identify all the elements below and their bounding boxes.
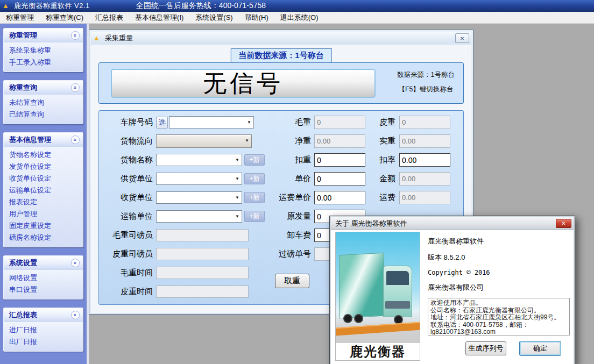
amount-field[interactable] [399, 172, 450, 185]
section-title: 称重管理 [9, 31, 37, 40]
weight-display-panel: 无信号 数据来源：1号称台 【F5】键切换称台 [98, 62, 464, 104]
goods-flow-combobox[interactable]: ▼ [156, 134, 252, 148]
about-dialog: 关于 鹿光衡器称重软件 ✕ 鹿光衡器 [329, 216, 575, 364]
sidebar-section-weigh-query: 称重查询 « 未结算查询 已结算查询 [3, 80, 83, 124]
transport-label: 运输单位 [103, 211, 153, 222]
content-area: 称重管理 « 系统采集称重 手工录入称重 称重查询 « 未结算查询 已结算查询 [0, 24, 594, 364]
menu-item-help[interactable]: 帮助(H) [239, 12, 274, 24]
goods-name-add-button[interactable]: +新 [244, 154, 265, 166]
section-title: 基本信息管理 [9, 135, 51, 145]
gross-time-field[interactable] [156, 267, 249, 279]
deduct-rate-label: 扣率 [370, 155, 395, 165]
chevron-up-icon[interactable]: « [71, 311, 80, 319]
chevron-down-icon: ▼ [245, 138, 249, 143]
net-weight-label: 净重 [270, 136, 311, 146]
info-line: 地址：河北省石家庄鹿泉区石柏北大街99号。 [430, 314, 567, 322]
sidebar-item-outbound-daily-report[interactable]: 出厂日报 [4, 336, 83, 348]
gross-operator-field[interactable] [156, 229, 249, 241]
menu-item-weigh-query[interactable]: 称重查询(C) [40, 12, 89, 24]
menu-item-weigh-management[interactable]: 称重管理 [0, 12, 40, 24]
sidebar-section-header[interactable]: 基本信息管理 « [4, 133, 83, 147]
copyright-text: Copyright © 2016 [428, 269, 490, 276]
chevron-up-icon[interactable]: « [71, 31, 80, 40]
sidebar-item-shipper-setting[interactable]: 发货单位设定 [4, 161, 83, 173]
net-weight-field[interactable] [314, 134, 365, 148]
about-dialog-body: 鹿光衡器 鹿光衡器称重软件 版本 8.5.2.0 Copyright © 201… [331, 230, 574, 364]
take-weight-button[interactable]: 取重 [275, 274, 309, 288]
generate-serial-button[interactable]: 生成序列号 [465, 341, 506, 355]
gross-weight-field[interactable] [314, 116, 365, 129]
about-dialog-title: 关于 鹿光衡器称重软件 [335, 219, 407, 229]
transport-add-button[interactable]: +新 [244, 211, 265, 222]
original-qty-label: 原发量 [270, 211, 311, 222]
sidebar-section-header[interactable]: 系统设置 « [4, 256, 83, 270]
receiver-combobox[interactable]: ▼ [156, 191, 242, 204]
version-text: 版本 8.5.2.0 [428, 253, 490, 262]
sidebar-item-report-setting[interactable]: 报表设定 [4, 196, 83, 208]
tare-time-label: 皮重时间 [103, 287, 153, 297]
tare-time-field[interactable] [156, 286, 249, 298]
sidebar-item-goods-name-setting[interactable]: 货物名称设定 [4, 149, 83, 161]
sidebar-item-inbound-daily-report[interactable]: 进厂日报 [4, 324, 83, 336]
about-dialog-titlebar[interactable]: 关于 鹿光衡器称重软件 ✕ [331, 217, 574, 230]
tare-weight-field[interactable] [399, 116, 450, 129]
company-info-box[interactable]: 欢迎使用本产品。 公司名称：石家庄鹿光衡器有限公司。 地址：河北省石家庄鹿泉区石… [428, 298, 570, 336]
deduct-weight-label: 扣重 [270, 155, 311, 165]
freight-field[interactable] [399, 191, 450, 204]
tare-operator-field[interactable] [156, 248, 249, 260]
info-line: 欢迎使用本产品。 [430, 299, 567, 307]
menu-item-summary-report[interactable]: 汇总报表 [89, 12, 129, 24]
plate-number-combobox[interactable]: ▼ [169, 116, 254, 129]
ticket-number-label: 过磅单号 [270, 249, 311, 259]
chevron-down-icon: ▼ [235, 214, 239, 219]
supplier-add-button[interactable]: +新 [244, 173, 265, 184]
truck-photo: 鹿光衡器 [335, 232, 420, 361]
deduct-weight-field[interactable] [314, 153, 365, 167]
menu-item-exit[interactable]: 退出系统(O) [274, 12, 324, 24]
chevron-up-icon[interactable]: « [71, 259, 80, 267]
weight-display: 无信号 [111, 69, 376, 98]
plate-select-button[interactable]: 选 [156, 117, 168, 129]
application-window: ▲ 鹿光衡器称重软件 V2.1 全国统一售后服务热线：400-071-5758 … [0, 0, 594, 364]
sidebar-item-unsettled-query[interactable]: 未结算查询 [4, 97, 83, 109]
transport-combobox[interactable]: ▼ [156, 210, 242, 223]
truck-trailer [339, 253, 384, 318]
sidebar-item-network-settings[interactable]: 网络设置 [4, 272, 83, 284]
sidebar-item-user-management[interactable]: 用户管理 [4, 208, 83, 220]
sidebar-item-settled-query[interactable]: 已结算查询 [4, 109, 83, 120]
goods-flow-label: 货物流向 [103, 136, 153, 146]
sidebar-item-manual-entry-weigh[interactable]: 手工录入称重 [4, 56, 83, 68]
unit-price-field[interactable] [314, 172, 365, 185]
sidebar-section-header[interactable]: 汇总报表 « [4, 308, 83, 322]
unit-price-label: 单价 [270, 174, 311, 184]
close-icon[interactable]: ✕ [556, 219, 571, 228]
ok-button[interactable]: 确定 [519, 341, 561, 356]
freight-unit-price-label: 运费单价 [270, 192, 311, 203]
truck-caption: 鹿光衡器 [336, 343, 420, 360]
chevron-up-icon[interactable]: « [71, 135, 80, 144]
menu-item-basic-info[interactable]: 基本信息管理(I) [129, 12, 189, 24]
receiver-add-button[interactable]: +新 [244, 192, 265, 203]
sidebar-item-transport-setting[interactable]: 运输单位设定 [4, 184, 83, 196]
chevron-up-icon[interactable]: « [71, 83, 80, 92]
sidebar-item-fixed-tare-setting[interactable]: 固定皮重设定 [4, 220, 83, 232]
menu-bar: 称重管理 称重查询(C) 汇总报表 基本信息管理(I) 系统设置(S) 帮助(H… [0, 12, 594, 24]
capture-window-titlebar[interactable]: ▲ 采集重量 ✕ [91, 32, 471, 45]
tare-operator-label: 皮重司磅员 [103, 249, 153, 259]
chevron-down-icon: ▼ [235, 158, 239, 162]
mdi-desktop: ▲ 采集重量 ✕ 当前数据来源：1号称台 无信号 数据来源：1号称台 【F5】键… [91, 24, 594, 364]
freight-unit-price-field[interactable] [314, 191, 365, 204]
supplier-combobox[interactable]: ▼ [156, 173, 242, 185]
goods-name-combobox[interactable]: ▼ [156, 154, 242, 166]
sidebar-section-header[interactable]: 称重管理 « [4, 28, 83, 42]
sidebar-item-serial-port-settings[interactable]: 串口设置 [4, 284, 83, 296]
sidebar-section-header[interactable]: 称重查询 « [4, 81, 83, 95]
deduct-rate-field[interactable] [399, 153, 450, 167]
sidebar-item-receiver-setting[interactable]: 收货单位设定 [4, 173, 83, 184]
truck-windshield [386, 271, 409, 285]
sidebar-item-weighhouse-name-setting[interactable]: 磅房名称设定 [4, 232, 83, 244]
sidebar-item-system-capture-weigh[interactable]: 系统采集称重 [4, 45, 83, 56]
close-icon[interactable]: ✕ [455, 33, 469, 43]
menu-item-system-settings[interactable]: 系统设置(S) [189, 12, 238, 24]
actual-weight-field[interactable] [399, 134, 450, 148]
